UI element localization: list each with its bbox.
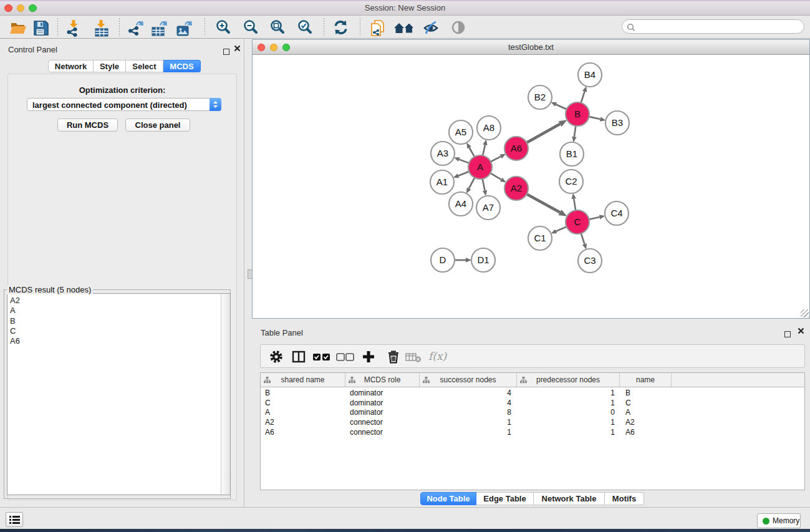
edge-B-B2[interactable] (556, 104, 568, 110)
mcds-result-list[interactable]: A2ABCA6 (7, 293, 221, 495)
node-B4[interactable]: B4 (578, 63, 602, 87)
table-cell[interactable]: A2 (261, 418, 345, 428)
column-header-shared-name[interactable]: shared name (261, 373, 345, 387)
column-header-name[interactable]: name (620, 373, 672, 387)
table-cell[interactable]: B (620, 389, 672, 399)
tab-edge-table[interactable]: Edge Table (476, 492, 534, 505)
node-B1[interactable]: B1 (560, 142, 584, 166)
table-cell[interactable]: connector (345, 428, 420, 438)
float-panel-icon[interactable] (223, 46, 229, 57)
table-row[interactable]: A2connector11A2 (261, 418, 804, 428)
open-file-icon[interactable] (9, 19, 27, 37)
mcds-result-item[interactable]: A (10, 306, 221, 316)
node-A3[interactable]: A3 (431, 142, 455, 165)
table-cell[interactable]: 4 (420, 399, 517, 409)
tab-network-table[interactable]: Network Table (534, 492, 605, 505)
table-cell[interactable]: dominator (345, 389, 420, 399)
table-cell[interactable]: A2 (620, 418, 672, 428)
table-cell[interactable]: 0 (517, 408, 620, 418)
node-B2[interactable]: B2 (528, 85, 552, 109)
table-row[interactable]: Adominator80A (261, 408, 804, 418)
export-table-icon[interactable] (150, 19, 169, 37)
table-cell[interactable] (672, 428, 804, 438)
search-field[interactable] (639, 21, 798, 32)
mcds-result-item[interactable]: A2 (10, 296, 221, 306)
new-network-icon[interactable] (369, 19, 387, 37)
tab-node-table[interactable]: Node Table (420, 492, 476, 505)
tab-select[interactable]: Select (126, 60, 163, 72)
table-cell[interactable]: dominator (345, 399, 420, 409)
zoom-selected-icon[interactable] (297, 19, 316, 37)
node-B3[interactable]: B3 (605, 111, 629, 135)
table-cell[interactable]: 1 (420, 418, 517, 428)
column-header-successor-nodes[interactable]: successor nodes (420, 373, 517, 387)
home-icon[interactable] (393, 19, 412, 37)
table-cell[interactable]: 1 (517, 428, 620, 438)
mcds-result-item[interactable]: B (10, 316, 221, 326)
tab-network[interactable]: Network (48, 60, 94, 72)
tab-style[interactable]: Style (94, 60, 126, 72)
table-cell[interactable]: 4 (420, 389, 517, 399)
node-A4[interactable]: A4 (449, 192, 473, 216)
add-column-icon[interactable] (360, 349, 377, 365)
node-B[interactable]: B (566, 102, 589, 126)
edge-A-A2[interactable] (489, 173, 501, 180)
table-cell[interactable]: C (261, 399, 345, 409)
edge-A-A7[interactable] (482, 178, 485, 191)
table-cell[interactable]: C (620, 399, 672, 409)
function-builder-icon[interactable]: f(x) (428, 350, 446, 366)
node-C3[interactable]: C3 (578, 249, 602, 273)
split-view-icon[interactable] (291, 349, 307, 365)
zoom-out-icon[interactable] (243, 19, 261, 37)
export-image-icon[interactable] (175, 19, 194, 37)
optimization-criterion-select[interactable]: largest connected component (directed) (27, 98, 221, 111)
import-network-icon[interactable] (65, 19, 84, 37)
float-table-panel-icon[interactable] (784, 329, 791, 340)
export-network-icon[interactable] (127, 19, 146, 37)
mcds-result-item[interactable]: C (10, 326, 221, 336)
table-cell[interactable]: A6 (261, 428, 345, 438)
table-cell[interactable]: connector (345, 418, 420, 428)
save-session-icon[interactable] (32, 19, 51, 37)
table-cell[interactable] (672, 418, 804, 428)
select-all-columns-icon[interactable] (312, 349, 332, 365)
table-row[interactable]: Cdominator41C (261, 399, 804, 409)
table-cell[interactable]: A (620, 408, 672, 418)
network-window-titlebar[interactable]: testGlobe.txt (253, 40, 809, 55)
column-header-MCDS-role[interactable]: MCDS role (345, 373, 420, 387)
table-cell[interactable]: 8 (420, 408, 517, 418)
close-panel-icon[interactable] (234, 45, 241, 52)
zoom-fit-icon[interactable] (269, 19, 288, 37)
column-header-predecessor-nodes[interactable]: predecessor nodes (517, 373, 620, 387)
deselect-all-columns-icon[interactable] (335, 349, 355, 365)
node-A6[interactable]: A6 (504, 137, 528, 160)
table-cell[interactable]: A6 (620, 428, 672, 438)
edge-A-A4[interactable] (469, 177, 475, 188)
table-cell[interactable] (672, 389, 804, 399)
window-resize-grip[interactable] (801, 309, 809, 317)
zoom-in-icon[interactable] (215, 19, 234, 37)
node-C1[interactable]: C1 (528, 226, 552, 250)
table-settings-icon[interactable] (268, 349, 284, 365)
edge-B-B4[interactable] (581, 92, 584, 104)
table-row[interactable]: Bdominator41B (261, 389, 804, 399)
hide-graphics-details-icon[interactable] (423, 19, 441, 37)
tab-motifs[interactable]: Motifs (605, 492, 644, 505)
refresh-icon[interactable] (332, 19, 350, 37)
close-table-panel-icon[interactable] (798, 327, 804, 334)
delete-column-icon[interactable] (385, 349, 402, 365)
search-input[interactable] (622, 19, 804, 34)
table-cell[interactable] (672, 399, 804, 409)
node-A5[interactable]: A5 (449, 120, 473, 144)
close-panel-button[interactable]: Close panel (125, 118, 190, 132)
node-A8[interactable]: A8 (477, 116, 501, 140)
node-A1[interactable]: A1 (430, 170, 454, 194)
table-cell[interactable]: 1 (517, 399, 620, 409)
mcds-result-scrollbar[interactable] (221, 293, 231, 495)
delete-table-icon[interactable] (405, 349, 423, 365)
show-graphics-details-icon[interactable] (450, 19, 469, 37)
node-A[interactable]: A (468, 155, 492, 179)
table-cell[interactable]: A (261, 408, 345, 418)
memory-button[interactable]: Memory (757, 513, 801, 528)
table-cell[interactable]: dominator (345, 408, 420, 418)
